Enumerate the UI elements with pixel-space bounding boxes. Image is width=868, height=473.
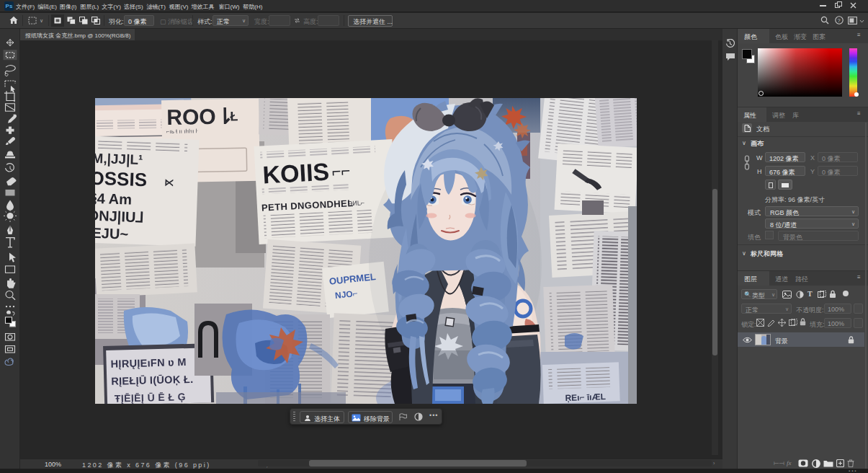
svg-text:RĮEŁĮŪ I(ŪOĶ Ł.: RĮEŁĮŪ I(ŪOĶ Ł. <box>111 373 193 387</box>
svg-text:⌐ıь ŧ ıı ıŀıŀıı ŀ: ⌐ıь ŧ ıı ıŀıŀıı ŀ <box>166 128 198 135</box>
svg-text:ROO⇂: ROO⇂ <box>166 104 234 129</box>
svg-text:ŖEı⌐ īıÆL: ŖEı⌐ īıÆL <box>565 392 606 403</box>
svg-text:ŦĮĒĮĒĮ Ū Ē Ł Ģ: ŦĮĒĮĒĮ Ū Ē Ł Ģ <box>115 391 186 404</box>
svg-text:M,|JJ|L¹: M,|JJ|L¹ <box>95 151 143 167</box>
svg-text:OSSIS: OSSIS <box>95 167 148 191</box>
svg-text:Ł: Ł <box>230 109 238 123</box>
svg-text:DNJ|IU⅃: DNJ|IU⅃ <box>95 208 144 226</box>
svg-text:⋉: ⋉ <box>164 177 174 187</box>
svg-text:KOIIS: KOIIS <box>262 158 330 189</box>
svg-text:⌐⌐: ⌐⌐ <box>331 162 351 180</box>
svg-text:IEJU~: IEJU~ <box>95 225 128 242</box>
svg-text:ЭИL⌐: ЭИL⌐ <box>348 199 365 207</box>
svg-text:?: ? <box>838 17 841 24</box>
svg-text:§4 Am: §4 Am <box>95 190 132 208</box>
svg-text:HĮRŲĮEıFN ʋ M: HĮRŲĮEıFN ʋ M <box>110 356 186 370</box>
